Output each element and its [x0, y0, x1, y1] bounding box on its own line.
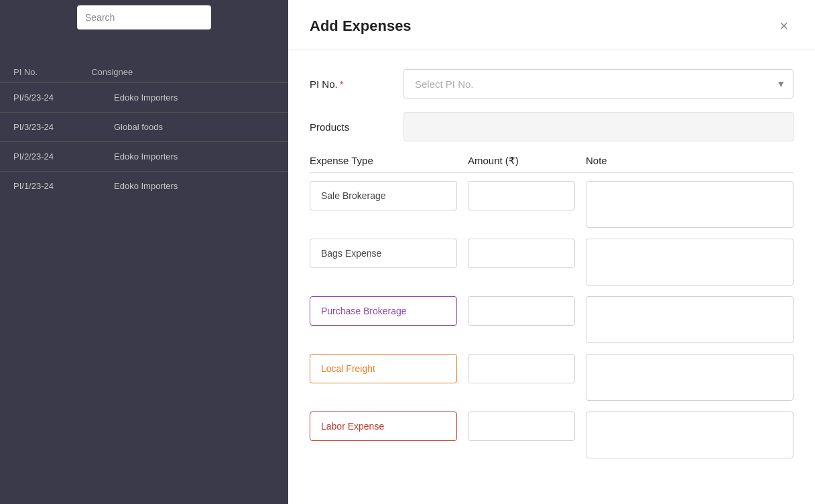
pi-no-cell: PI/2/23-24: [13, 151, 74, 162]
bags-expense-note[interactable]: [586, 239, 794, 286]
products-label: Products: [310, 121, 390, 133]
labor-expense-amount[interactable]: [468, 412, 575, 441]
sale-brokerage-button[interactable]: Sale Brokerage: [310, 181, 457, 210]
pi-no-field-row: PI No.* Select PI No. ▼: [310, 69, 794, 99]
pi-no-cell: PI/3/23-24: [13, 122, 74, 132]
add-expenses-modal: Add Expenses × PI No.* Select PI No. ▼ P…: [288, 0, 815, 504]
col-pi-no-header: PI No.: [13, 67, 38, 77]
consignee-cell: Global foods: [114, 122, 163, 132]
consignee-cell: Edoko Importers: [114, 151, 178, 162]
purchase-brokerage-row: Purchase Brokerage: [310, 296, 794, 343]
required-indicator: *: [340, 78, 344, 90]
purchase-brokerage-button[interactable]: Purchase Brokerage: [310, 296, 457, 326]
search-bar: Search: [77, 5, 211, 29]
sale-brokerage-row: Sale Brokerage: [310, 181, 794, 228]
bags-expense-button[interactable]: Bags Expense: [310, 239, 457, 268]
local-freight-note[interactable]: [586, 354, 794, 401]
consignee-cell: Edoko Importers: [114, 181, 178, 191]
local-freight-amount[interactable]: [468, 354, 575, 383]
col-consignee-header: Consignee: [91, 67, 133, 77]
pi-no-cell: PI/5/23-24: [13, 92, 74, 103]
modal-header: Add Expenses ×: [288, 0, 815, 50]
pi-no-label: PI No.*: [310, 78, 390, 90]
modal-title: Add Expenses: [310, 17, 412, 35]
bags-expense-row: Bags Expense: [310, 239, 794, 286]
local-freight-button[interactable]: Local Freight: [310, 354, 457, 383]
sale-brokerage-amount[interactable]: [468, 181, 575, 210]
expense-type-col-header: Expense Type: [310, 155, 457, 167]
sale-brokerage-note[interactable]: [586, 181, 794, 228]
purchase-brokerage-amount[interactable]: [468, 296, 575, 326]
labor-expense-note[interactable]: [586, 412, 794, 458]
products-field-row: Products: [310, 112, 794, 141]
close-button[interactable]: ×: [774, 16, 794, 36]
search-placeholder: Search: [85, 12, 115, 23]
bg-table: PI No. Consignee PI/5/23-24 Edoko Import…: [0, 62, 288, 200]
expense-table-header: Expense Type Amount (₹) Note: [310, 155, 794, 173]
background-panel: Search PI No. Consignee PI/5/23-24 Edoko…: [0, 0, 288, 504]
products-input[interactable]: [403, 112, 794, 141]
pi-no-select-wrapper: Select PI No. ▼: [403, 69, 794, 99]
local-freight-row: Local Freight: [310, 354, 794, 401]
table-row: PI/5/23-24 Edoko Importers: [0, 82, 288, 112]
table-row: PI/1/23-24 Edoko Importers: [0, 171, 288, 200]
note-col-header: Note: [586, 155, 794, 167]
labor-expense-row: Labor Expense: [310, 412, 794, 458]
consignee-cell: Edoko Importers: [114, 92, 178, 103]
modal-body: PI No.* Select PI No. ▼ Products Expense…: [288, 50, 815, 504]
purchase-brokerage-note[interactable]: [586, 296, 794, 343]
bags-expense-amount[interactable]: [468, 239, 575, 268]
table-row: PI/2/23-24 Edoko Importers: [0, 141, 288, 171]
amount-col-header: Amount (₹): [468, 155, 575, 167]
pi-no-select[interactable]: Select PI No.: [403, 69, 794, 99]
pi-no-cell: PI/1/23-24: [13, 181, 74, 191]
bg-table-header: PI No. Consignee: [0, 62, 288, 82]
labor-expense-button[interactable]: Labor Expense: [310, 412, 457, 441]
table-row: PI/3/23-24 Global foods: [0, 112, 288, 141]
